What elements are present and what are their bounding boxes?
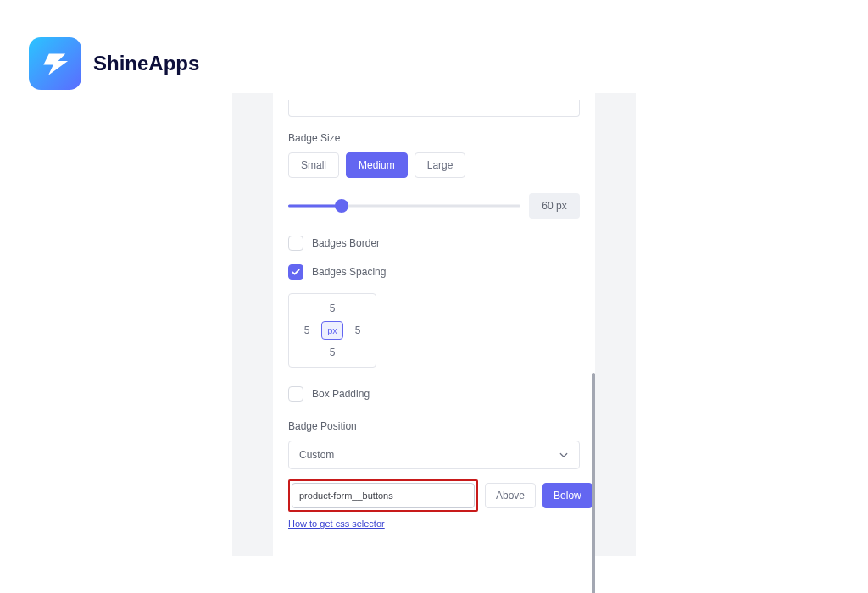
slider-fill [288, 205, 342, 208]
spacing-left[interactable]: 5 [301, 324, 313, 336]
spacing-bottom[interactable]: 5 [326, 346, 338, 358]
check-icon [291, 267, 301, 277]
brand-name: ShineApps [93, 52, 199, 75]
badge-position-value: Custom [299, 449, 334, 461]
preview-box-cutoff [288, 100, 580, 117]
badges-border-label: Badges Border [312, 237, 380, 249]
badges-spacing-checkbox[interactable] [288, 264, 303, 280]
badge-size-buttons: Small Medium Large [288, 152, 580, 178]
spacing-unit[interactable]: px [321, 321, 343, 340]
placement-below-button[interactable]: Below [542, 483, 593, 508]
settings-panel: Badge Size Small Medium Large 60 px Badg… [273, 85, 595, 556]
spacing-box: 5 5 px 5 5 [288, 293, 376, 368]
brand-logo [29, 37, 81, 90]
badge-size-label: Badge Size [288, 132, 580, 144]
slider-value: 60 px [529, 193, 580, 219]
badge-position-select[interactable]: Custom [288, 441, 580, 469]
badges-border-row: Badges Border [288, 236, 580, 251]
size-small-button[interactable]: Small [288, 152, 339, 178]
how-to-get-css-selector-link[interactable]: How to get css selector [288, 518, 385, 529]
placement-above-button[interactable]: Above [485, 483, 536, 508]
app-stage: Badge Size Small Medium Large 60 px Badg… [232, 93, 636, 556]
badges-border-checkbox[interactable] [288, 236, 303, 251]
box-padding-row: Box Padding [288, 386, 580, 402]
brand-logo-icon [40, 48, 70, 79]
badge-position-label: Badge Position [288, 420, 580, 432]
box-padding-checkbox[interactable] [288, 386, 303, 402]
badge-size-slider[interactable] [288, 197, 520, 214]
size-medium-button[interactable]: Medium [346, 152, 408, 178]
brand: ShineApps [29, 37, 199, 90]
spacing-right[interactable]: 5 [352, 324, 364, 336]
slider-thumb[interactable] [335, 199, 348, 213]
badge-size-slider-row: 60 px [288, 193, 580, 219]
selector-input-highlight [288, 479, 478, 512]
scrollbar[interactable] [592, 373, 595, 593]
chevron-down-icon [559, 450, 569, 460]
spacing-mid-row: 5 px 5 [301, 321, 364, 340]
css-selector-input[interactable] [292, 483, 475, 508]
badges-spacing-row: Badges Spacing [288, 264, 580, 280]
badges-spacing-label: Badges Spacing [312, 266, 386, 278]
size-large-button[interactable]: Large [415, 152, 466, 178]
box-padding-label: Box Padding [312, 388, 370, 400]
spacing-top[interactable]: 5 [326, 302, 338, 314]
custom-selector-row: Above Below [288, 479, 580, 512]
